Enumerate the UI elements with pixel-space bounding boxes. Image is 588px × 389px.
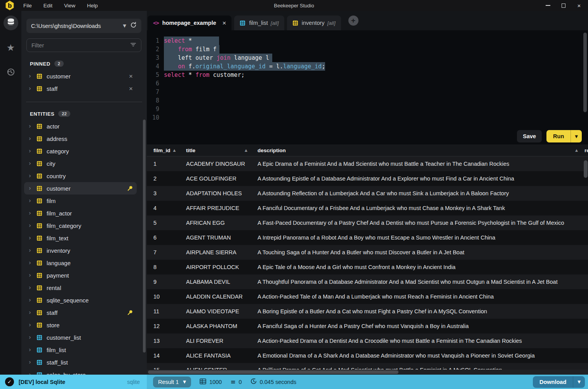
table-row[interactable]: 5AFRICAN EGGA Fast-Paced Documentary of … bbox=[147, 215, 588, 230]
table-row[interactable]: 14ALICE FANTASIAA Emotional Drama of a A… bbox=[147, 348, 588, 363]
table-row[interactable]: 15ALIEN CENTERA Brilliant Drama of a Cat… bbox=[147, 363, 588, 370]
vertical-scrollbar-thumb[interactable] bbox=[584, 160, 588, 178]
sidebar-item-staff[interactable]: ›staff bbox=[24, 306, 137, 319]
sidebar-item-language[interactable]: ›language bbox=[24, 257, 137, 269]
tab-homepage-example[interactable]: <> homepage_example × bbox=[148, 16, 231, 30]
filter-input[interactable] bbox=[31, 42, 130, 49]
table-row[interactable]: 9ALABAMA DEVILA Thoughtful Panorama of a… bbox=[147, 274, 588, 289]
save-button[interactable]: Save bbox=[517, 130, 542, 142]
table-row[interactable]: 2ACE GOLDFINGERA Astounding Epistle of a… bbox=[147, 171, 588, 186]
rail-history-button[interactable] bbox=[3, 65, 18, 80]
cell-description: A Astounding Epistle of a Database Admin… bbox=[257, 175, 588, 182]
row-count-value: 1000 bbox=[209, 379, 222, 385]
sidebar-item-staff_list[interactable]: ›staff_list bbox=[24, 356, 137, 368]
download-button[interactable]: Download ▼ bbox=[533, 376, 585, 388]
sidebar-item-city[interactable]: ›city bbox=[24, 157, 137, 170]
sidebar-item-sqlite_sequence[interactable]: ›sqlite_sequence bbox=[24, 294, 137, 306]
sidebar-item-sales_by_store[interactable]: ›sales_by_store bbox=[24, 368, 137, 375]
sidebar-item-film[interactable]: ›film bbox=[24, 194, 137, 207]
sql-token: film f bbox=[192, 46, 216, 53]
menu-file[interactable]: File bbox=[23, 3, 32, 9]
horizontal-scrollbar-track[interactable] bbox=[147, 370, 588, 375]
table-row[interactable]: 13ALI FOREVERA Action-Packed Drama of a … bbox=[147, 333, 588, 348]
table-row[interactable]: 12ALASKA PHANTOMA Fanciful Saga of a Hun… bbox=[147, 319, 588, 333]
table-row[interactable]: 11ALAMO VIDEOTAPEA Boring Epistle of a B… bbox=[147, 304, 588, 319]
sidebar-item-address[interactable]: ›address bbox=[24, 132, 137, 145]
close-button[interactable]: × bbox=[576, 3, 582, 8]
sidebar-item-country[interactable]: ›country bbox=[24, 170, 137, 182]
minimize-button[interactable] bbox=[545, 3, 551, 8]
cell-title: AIRPLANE SIERRA bbox=[186, 249, 257, 255]
column-header-film-id[interactable]: film_id ▲ bbox=[153, 148, 186, 153]
table-row[interactable]: 7AIRPLANE SIERRAA Touching Saga of a Hun… bbox=[147, 245, 588, 260]
elapsed-time-stat: 0.045 seconds bbox=[251, 378, 296, 386]
new-tab-button[interactable]: + bbox=[348, 16, 358, 26]
table-row[interactable]: 3ADAPTATION HOLESA Astounding Reflection… bbox=[147, 186, 588, 201]
menu-edit[interactable]: Edit bbox=[43, 3, 52, 9]
sidebar-item-inventory[interactable]: ›inventory bbox=[24, 244, 137, 257]
sidebar-item-category[interactable]: ›category bbox=[24, 145, 137, 157]
tab-inventory[interactable]: inventory [all] bbox=[287, 16, 341, 30]
sidebar-item-customer[interactable]: ›customer bbox=[24, 182, 137, 194]
horizontal-scrollbar-thumb[interactable] bbox=[148, 370, 398, 374]
rail-tables-button[interactable] bbox=[3, 16, 18, 30]
cell-film-id: 11 bbox=[153, 308, 186, 314]
table-row[interactable]: 1ACADEMY DINOSAURA Epic Drama of a Femin… bbox=[147, 156, 588, 171]
chevron-right-icon: › bbox=[29, 123, 37, 130]
column-header-description[interactable]: description ▲ bbox=[257, 148, 588, 153]
pin-icon[interactable] bbox=[127, 310, 133, 316]
view-grid-icon bbox=[240, 20, 245, 26]
pin-icon[interactable] bbox=[127, 186, 133, 191]
cell-film-id: 15 bbox=[153, 367, 186, 370]
column-header-title[interactable]: title ▲ bbox=[186, 148, 257, 153]
sidebar-item-film_list[interactable]: ›film_list bbox=[24, 344, 137, 356]
table-row[interactable]: 6AGENT TRUMANA Intrepid Panorama of a Ro… bbox=[147, 230, 588, 245]
unpin-icon[interactable]: × bbox=[129, 73, 133, 80]
affected-rows-stat: ≡ 0 bbox=[230, 378, 242, 386]
sql-token: select bbox=[164, 37, 185, 44]
editor-scrollbar[interactable] bbox=[583, 33, 587, 112]
run-dropdown-caret[interactable]: ▼ bbox=[571, 130, 582, 142]
tab-film-list[interactable]: film_list [all] bbox=[234, 16, 284, 30]
cell-title: ALADDIN CALENDAR bbox=[186, 293, 257, 300]
refresh-icon[interactable] bbox=[130, 22, 137, 30]
sidebar-scrollbar[interactable] bbox=[143, 120, 146, 353]
table-row[interactable]: 8AIRPORT POLLOCKA Epic Tale of a Moose A… bbox=[147, 260, 588, 274]
table-grid-icon bbox=[37, 148, 42, 154]
unpin-icon[interactable]: × bbox=[129, 85, 133, 92]
sidebar-item-rental[interactable]: ›rental bbox=[24, 281, 137, 294]
pinned-item-staff[interactable]: ›staff× bbox=[24, 82, 137, 95]
sidebar-item-film_text[interactable]: ›film_text bbox=[24, 232, 137, 244]
chevron-right-icon: › bbox=[29, 222, 37, 229]
rail-favorites-button[interactable]: ★ bbox=[3, 40, 18, 55]
menu-view[interactable]: View bbox=[64, 3, 75, 9]
chevron-right-icon: › bbox=[29, 297, 37, 304]
maximize-button[interactable] bbox=[561, 3, 566, 8]
table-row[interactable]: 10ALADDIN CALENDARA Action-Packed Tale o… bbox=[147, 289, 588, 304]
sidebar-item-store[interactable]: ›store bbox=[24, 319, 137, 331]
sidebar-item-film_category[interactable]: ›film_category bbox=[24, 219, 137, 232]
pinned-item-customer[interactable]: ›customer× bbox=[24, 70, 137, 82]
sidebar-item-customer_list[interactable]: ›customer_list bbox=[24, 331, 137, 344]
menu-help[interactable]: Help bbox=[87, 3, 98, 9]
run-button[interactable]: Run ▼ bbox=[546, 130, 582, 142]
table-row[interactable]: 4AFFAIR PREJUDICEA Fanciful Documentary … bbox=[147, 201, 588, 215]
line-number-gutter: 12345678910 bbox=[147, 36, 162, 128]
item-label: film_text bbox=[47, 235, 68, 241]
sidebar-item-payment[interactable]: ›payment bbox=[24, 269, 137, 281]
sql-token: * bbox=[185, 37, 192, 44]
sql-editor[interactable]: 12345678910 select * from film f left ou… bbox=[147, 30, 588, 128]
item-label: staff bbox=[47, 309, 57, 316]
sidebar-item-actor[interactable]: ›actor bbox=[24, 120, 137, 132]
sidebar-item-film_actor[interactable]: ›film_actor bbox=[24, 207, 137, 219]
cell-title: ALASKA PHANTOM bbox=[186, 323, 257, 329]
star-icon: ★ bbox=[7, 43, 15, 52]
connection-dropdown[interactable]: C:\Users\ghstng\Downloads ▼ bbox=[26, 19, 141, 33]
close-icon[interactable]: × bbox=[222, 20, 226, 26]
result-selector-button[interactable]: Result 1 ▼ bbox=[153, 377, 191, 387]
download-dropdown-caret[interactable]: ▼ bbox=[573, 376, 585, 388]
run-label[interactable]: Run bbox=[546, 130, 571, 142]
code-area[interactable]: select * from film f left outer join lan… bbox=[164, 36, 588, 128]
table-grid-icon bbox=[37, 186, 42, 191]
sidebar-divider bbox=[26, 102, 142, 102]
